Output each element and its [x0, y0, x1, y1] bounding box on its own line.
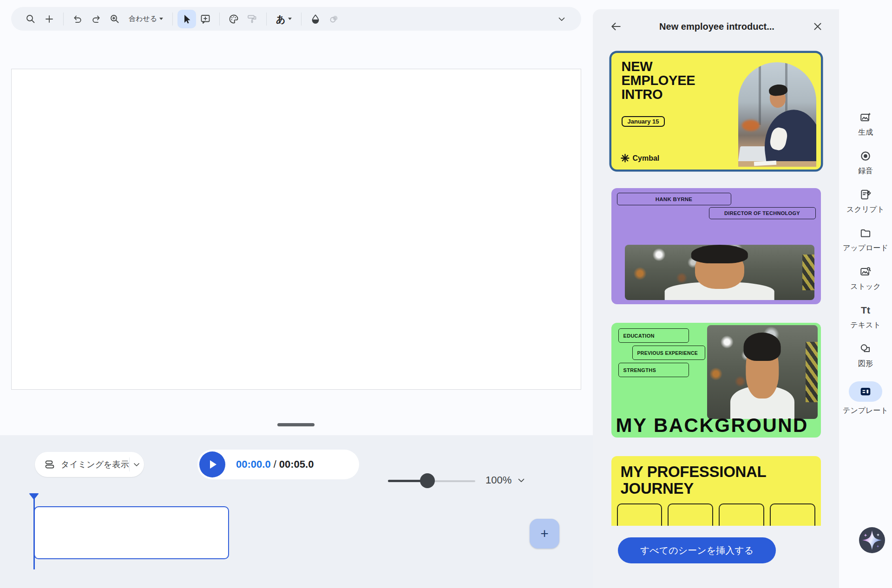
toolbar-divider	[266, 13, 267, 26]
total-time: 00:05.0	[279, 458, 314, 470]
sidebar-item-shapes[interactable]: 図形	[839, 343, 892, 369]
sidebar-item-label: 図形	[858, 359, 873, 369]
decor	[743, 333, 781, 361]
placeholder-box	[668, 503, 713, 526]
insert-button[interactable]	[40, 10, 59, 28]
toolbar-divider	[301, 13, 302, 26]
text-style-dropdown[interactable]: あ	[271, 10, 296, 28]
timeline-zoom-slider[interactable]	[388, 472, 475, 489]
timeline-resize-handle[interactable]	[277, 423, 315, 426]
decor	[625, 245, 814, 300]
plus-icon	[44, 13, 55, 25]
cursor-icon	[181, 13, 192, 25]
paint-roller-icon	[247, 13, 258, 25]
close-panel-button[interactable]	[807, 16, 828, 37]
transparency-button[interactable]	[325, 10, 343, 28]
decor	[742, 120, 760, 131]
panel-header: New employee introduct...	[593, 16, 839, 37]
template-title: MY PROFESSIONAL JOURNEY	[621, 464, 767, 497]
zoom-in-button[interactable]	[105, 10, 124, 28]
template-card-professional-journey[interactable]: MY PROFESSIONAL JOURNEY	[611, 456, 821, 526]
decor	[707, 325, 818, 419]
sidebar-item-upload[interactable]: アップロード	[839, 227, 892, 253]
redo-button[interactable]	[87, 10, 105, 28]
sidebar-item-script[interactable]: スクリプト	[839, 189, 892, 215]
time-separator: /	[274, 458, 276, 470]
asterisk-icon	[621, 154, 630, 163]
template-card-my-background[interactable]: EDUCATION PREVIOUS EXPERIENCE STRENGTHS …	[611, 323, 821, 438]
sidebar-item-label: テキスト	[850, 320, 881, 330]
panel-title: New employee introduct...	[626, 21, 807, 32]
back-button[interactable]	[606, 16, 626, 37]
playback-pill: 00:00.0/00:05.0	[197, 450, 359, 479]
toolbar-divider	[219, 13, 220, 26]
decor	[738, 161, 816, 167]
strengths-label: STRENGTHS	[618, 363, 689, 377]
generate-image-icon	[859, 111, 872, 124]
sidebar-item-label: 生成	[858, 128, 873, 137]
sidebar-item-label: アップロード	[843, 243, 888, 253]
fit-zoom-dropdown[interactable]: 合わせる	[124, 10, 168, 28]
toolbar-divider	[172, 13, 173, 26]
add-scene-button[interactable]: +	[530, 519, 559, 549]
sidebar-item-stock[interactable]: ストック	[839, 266, 892, 292]
sidebar-item-label: テンプレート	[843, 406, 888, 416]
undo-button[interactable]	[68, 10, 87, 28]
sidebar-item-templates[interactable]: テンプレート	[839, 381, 892, 416]
education-label: EDUCATION	[618, 328, 689, 343]
fill-color-button[interactable]	[306, 10, 325, 28]
right-nav-strip: 生成 録音 スクリプト アップロード ストック Tt テキスト	[839, 0, 892, 588]
text-icon: Tt	[861, 304, 870, 316]
playhead-marker[interactable]	[29, 493, 39, 500]
selected-pill	[849, 381, 882, 402]
show-timing-button[interactable]: タイミングを表示	[35, 452, 129, 477]
templates-icon	[859, 385, 872, 398]
template-video	[625, 245, 814, 300]
template-photo	[738, 62, 816, 167]
nav-items: 生成 録音 スクリプト アップロード ストック Tt テキスト	[839, 111, 892, 416]
template-card-name-title[interactable]: HANK BYRNE DIRECTOR OF TECHNOLOGY	[611, 188, 821, 304]
timeline-scene-clip[interactable]	[34, 506, 229, 559]
sidebar-item-text[interactable]: Tt テキスト	[839, 304, 892, 330]
comment-add-icon	[200, 13, 211, 25]
time-display: 00:00.0/00:05.0	[236, 458, 314, 470]
sidebar-item-label: スクリプト	[846, 205, 885, 215]
show-timing-label: タイミングを表示	[61, 459, 129, 470]
gemini-button[interactable]	[859, 527, 885, 554]
zoom-in-icon	[109, 13, 120, 25]
template-video	[707, 325, 818, 419]
record-icon	[859, 150, 872, 162]
search-button[interactable]	[21, 10, 40, 28]
slider-thumb[interactable]	[420, 473, 435, 488]
select-tool-button[interactable]	[177, 10, 196, 28]
folder-icon	[859, 227, 872, 239]
sidebar-item-generate[interactable]: 生成	[839, 111, 892, 137]
chevron-down-icon	[557, 14, 567, 24]
zoom-level-dropdown[interactable]: 100%	[485, 470, 526, 490]
text-style-label: あ	[276, 14, 285, 24]
search-icon	[25, 13, 36, 25]
theme-colors-button[interactable]	[224, 10, 243, 28]
close-icon	[812, 21, 823, 32]
play-icon	[210, 460, 216, 469]
placeholder-box	[770, 503, 815, 526]
play-button[interactable]	[199, 451, 225, 477]
toolbar-collapse-button[interactable]	[552, 10, 571, 28]
insert-all-scenes-button[interactable]: すべてのシーンを挿入する	[618, 537, 776, 563]
app-window: 合わせる あ	[0, 0, 892, 588]
paint-format-button[interactable]	[243, 10, 262, 28]
toolbar: 合わせる あ	[11, 7, 581, 31]
role-label: DIRECTOR OF TECHNOLOGY	[709, 207, 816, 219]
template-card-new-employee-intro[interactable]: NEW EMPLOYEE INTRO January 15 Cymbal	[611, 53, 821, 170]
previous-experience-label: PREVIOUS EXPERIENCE	[632, 346, 705, 360]
script-icon	[859, 189, 872, 201]
sidebar-item-label: 録音	[858, 166, 873, 176]
add-comment-button[interactable]	[196, 10, 215, 28]
brand-name: Cymbal	[633, 154, 660, 163]
timing-dropdown-button[interactable]	[129, 452, 144, 477]
editor-canvas[interactable]	[11, 69, 581, 390]
sidebar-item-record[interactable]: 録音	[839, 150, 892, 176]
chevron-down-icon	[516, 475, 526, 485]
zoom-level-value: 100%	[485, 474, 512, 486]
toolbar-divider	[63, 13, 64, 26]
